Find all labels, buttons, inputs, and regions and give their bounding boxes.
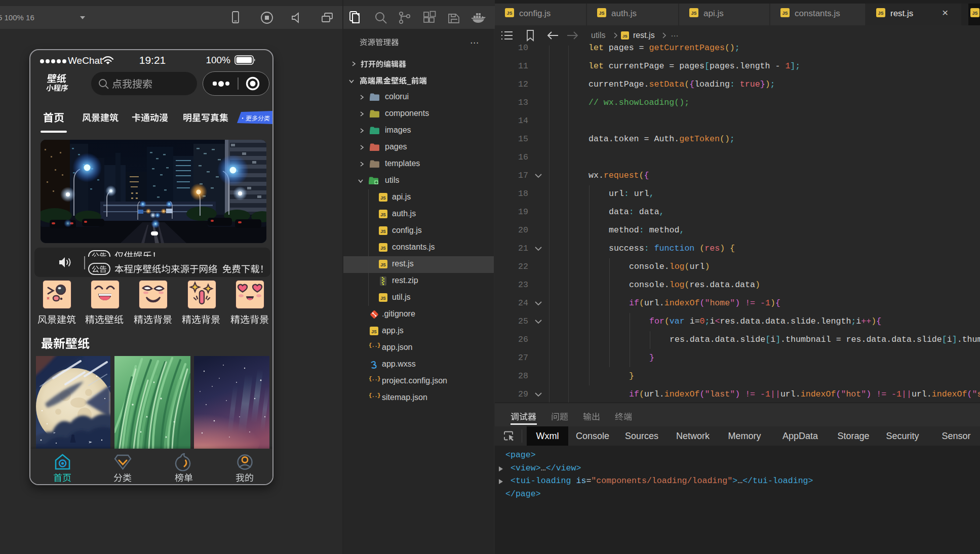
svg-text:JS: JS <box>878 11 883 16</box>
svg-text:JS: JS <box>972 11 977 16</box>
svg-text:JS: JS <box>691 11 696 16</box>
svg-text:JS: JS <box>380 212 386 217</box>
svg-text:JS: JS <box>622 34 628 38</box>
svg-text:JS: JS <box>380 246 386 251</box>
svg-text:JS: JS <box>371 329 377 334</box>
svg-text:JS: JS <box>380 229 386 234</box>
svg-text:JS: JS <box>380 296 386 301</box>
svg-text:JS: JS <box>782 11 788 16</box>
svg-text:JS: JS <box>380 195 386 201</box>
svg-text:JS: JS <box>599 11 604 16</box>
svg-text:JS: JS <box>380 262 386 267</box>
svg-text:JS: JS <box>506 11 512 16</box>
